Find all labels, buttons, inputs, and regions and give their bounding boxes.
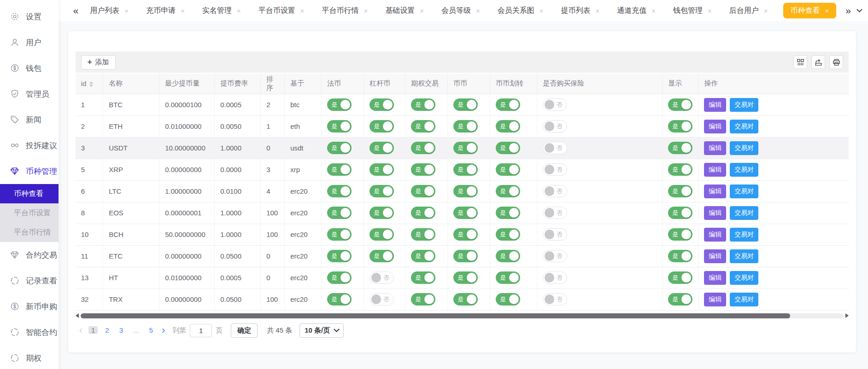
- toggle-no[interactable]: 否: [543, 98, 567, 111]
- page-button-5[interactable]: 5: [147, 326, 156, 334]
- tab-close-icon[interactable]: ×: [237, 7, 241, 15]
- toggle-yes[interactable]: 是: [327, 271, 352, 284]
- toggle-yes[interactable]: 是: [668, 120, 692, 133]
- toggle-no[interactable]: 否: [369, 293, 394, 306]
- toggle-no[interactable]: 否: [543, 293, 567, 306]
- toggle-yes[interactable]: 是: [496, 185, 520, 197]
- tab-close-icon[interactable]: ×: [476, 7, 480, 15]
- toggle-yes[interactable]: 是: [668, 228, 692, 241]
- toggle-no[interactable]: 否: [543, 142, 567, 154]
- toggle-yes[interactable]: 是: [453, 142, 478, 154]
- page-button-2[interactable]: 2: [102, 326, 111, 334]
- tab-钱包管理[interactable]: 钱包管理×: [673, 3, 712, 18]
- edit-button[interactable]: 编辑: [704, 249, 726, 263]
- add-button[interactable]: + 添加: [81, 55, 116, 69]
- tab-close-icon[interactable]: ×: [181, 7, 185, 15]
- toggle-yes[interactable]: 是: [369, 250, 394, 262]
- edit-button[interactable]: 编辑: [704, 98, 726, 112]
- toggle-no[interactable]: 否: [369, 271, 394, 284]
- toggle-yes[interactable]: 是: [496, 228, 520, 241]
- sidebar-subitem-coin-view[interactable]: 币种查看: [0, 184, 59, 203]
- toggle-yes[interactable]: 是: [411, 207, 435, 219]
- toggle-yes[interactable]: 是: [327, 185, 352, 197]
- toggle-yes[interactable]: 是: [496, 207, 520, 219]
- sidebar-item-settings[interactable]: 设置: [0, 4, 59, 29]
- toggle-yes[interactable]: 是: [668, 142, 692, 154]
- tab-提币列表[interactable]: 提币列表×: [561, 3, 599, 18]
- toggle-yes[interactable]: 是: [453, 207, 478, 219]
- toggle-yes[interactable]: 是: [411, 98, 435, 111]
- toggle-yes[interactable]: 是: [411, 293, 435, 306]
- toggle-no[interactable]: 否: [543, 250, 567, 262]
- tabs-scroll-left-icon[interactable]: «: [70, 5, 82, 16]
- toggle-yes[interactable]: 是: [327, 120, 352, 133]
- sidebar-subitem-platform-coin-market[interactable]: 平台币行情: [0, 223, 59, 242]
- page-button-3[interactable]: 3: [117, 326, 126, 334]
- scrollbar-track[interactable]: [81, 313, 844, 318]
- tab-会员关系图[interactable]: 会员关系图×: [498, 3, 544, 18]
- toggle-yes[interactable]: 是: [453, 120, 478, 133]
- tab-用户列表[interactable]: 用户列表×: [90, 3, 129, 18]
- tab-平台币行情[interactable]: 平台币行情×: [322, 3, 368, 18]
- trading-pair-button[interactable]: 交易对: [730, 141, 758, 155]
- edit-button[interactable]: 编辑: [704, 120, 726, 133]
- toggle-yes[interactable]: 是: [668, 250, 692, 262]
- toggle-yes[interactable]: 是: [327, 293, 352, 306]
- sidebar-item-records-view[interactable]: 记录查看: [0, 268, 59, 294]
- sort-icon[interactable]: [89, 81, 93, 87]
- sidebar-item-smart-contract[interactable]: 智能合约: [0, 319, 59, 345]
- page-jump-input[interactable]: [190, 324, 212, 337]
- trading-pair-button[interactable]: 交易对: [730, 120, 758, 133]
- tab-充币申请[interactable]: 充币申请×: [146, 3, 185, 18]
- toggle-yes[interactable]: 是: [411, 250, 435, 262]
- tab-通道充值[interactable]: 通道充值×: [617, 3, 656, 18]
- sidebar-item-contract-trade[interactable]: 合约交易: [0, 242, 59, 268]
- tabs-dropdown-icon[interactable]: [856, 6, 862, 12]
- trading-pair-button[interactable]: 交易对: [730, 228, 758, 242]
- tab-close-icon[interactable]: ×: [540, 7, 544, 15]
- toggle-no[interactable]: 否: [543, 163, 567, 176]
- next-page-icon[interactable]: ›: [158, 325, 169, 335]
- toggle-yes[interactable]: 是: [369, 163, 394, 176]
- sidebar-item-wallet[interactable]: 钱包: [0, 55, 59, 81]
- toggle-yes[interactable]: 是: [327, 163, 352, 176]
- trading-pair-button[interactable]: 交易对: [730, 98, 758, 112]
- scroll-left-arrow-icon[interactable]: [76, 313, 79, 318]
- tab-close-icon[interactable]: ×: [300, 7, 305, 15]
- toggle-no[interactable]: 否: [543, 207, 567, 219]
- toggle-yes[interactable]: 是: [496, 98, 520, 111]
- toggle-yes[interactable]: 是: [496, 120, 520, 133]
- export-button[interactable]: [811, 55, 825, 69]
- tab-close-icon[interactable]: ×: [708, 7, 712, 15]
- sidebar-item-options[interactable]: 期权: [0, 345, 59, 369]
- trading-pair-button[interactable]: 交易对: [730, 206, 758, 220]
- toggle-yes[interactable]: 是: [369, 142, 394, 154]
- scrollbar-thumb[interactable]: [81, 313, 790, 318]
- toggle-yes[interactable]: 是: [453, 250, 478, 262]
- column-display-button[interactable]: [793, 55, 807, 69]
- toggle-yes[interactable]: 是: [453, 293, 478, 306]
- toggle-no[interactable]: 否: [543, 120, 567, 133]
- edit-button[interactable]: 编辑: [704, 163, 726, 177]
- edit-button[interactable]: 编辑: [704, 206, 726, 220]
- toggle-yes[interactable]: 是: [327, 250, 352, 262]
- tab-close-icon[interactable]: ×: [825, 7, 829, 15]
- toggle-yes[interactable]: 是: [369, 120, 394, 133]
- toggle-yes[interactable]: 是: [668, 98, 692, 111]
- toggle-yes[interactable]: 是: [411, 163, 435, 176]
- sidebar-item-feedback[interactable]: 投拆建议: [0, 133, 59, 158]
- sidebar-item-news[interactable]: 新闻: [0, 107, 59, 133]
- tab-后台用户[interactable]: 后台用户×: [729, 3, 768, 18]
- scroll-right-arrow-icon[interactable]: [845, 313, 849, 318]
- tab-基础设置[interactable]: 基础设置×: [385, 3, 424, 18]
- tab-会员等级[interactable]: 会员等级×: [441, 3, 480, 18]
- sidebar-item-coin-manage[interactable]: 币种管理: [0, 158, 59, 184]
- edit-button[interactable]: 编辑: [704, 184, 726, 198]
- toggle-no[interactable]: 否: [543, 271, 567, 284]
- toggle-yes[interactable]: 是: [369, 207, 394, 219]
- sidebar-item-admin[interactable]: 管理员: [0, 81, 59, 107]
- toggle-yes[interactable]: 是: [668, 207, 692, 219]
- edit-button[interactable]: 编辑: [704, 141, 726, 155]
- edit-button[interactable]: 编辑: [704, 228, 726, 242]
- prev-page-icon[interactable]: ‹: [76, 325, 86, 335]
